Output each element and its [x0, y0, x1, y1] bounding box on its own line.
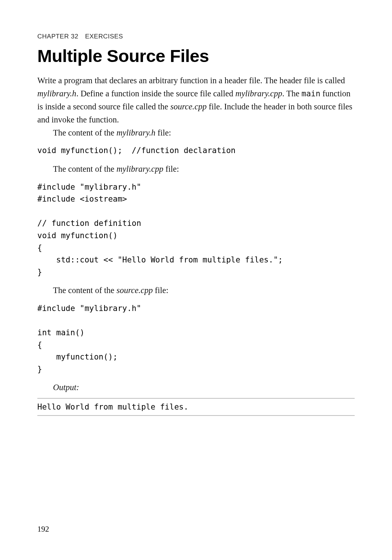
- filename-mylibrary-h: mylibrary.h: [116, 128, 155, 137]
- text: The content of the: [53, 164, 116, 174]
- filename-mylibrary-cpp: mylibrary.cpp: [116, 164, 164, 174]
- filename-source-cpp: source.cpp: [170, 102, 206, 111]
- text: The content of the: [53, 128, 116, 137]
- text: file:: [164, 164, 179, 174]
- page: CHAPTER 32EXERCISES Multiple Source File…: [0, 0, 392, 560]
- file-label-1: The content of the mylibrary.h file:: [37, 127, 355, 140]
- inline-code-main: main: [302, 89, 321, 98]
- filename-source-cpp: source.cpp: [116, 286, 153, 295]
- text: . The: [282, 89, 301, 98]
- section-title: Multiple Source Files: [37, 46, 355, 66]
- text: file:: [155, 128, 171, 137]
- file-label-3: The content of the source.cpp file:: [37, 284, 355, 297]
- page-number: 192: [37, 525, 49, 534]
- output-box: Hello World from multiple files.: [37, 398, 355, 416]
- output-text: Hello World from multiple files.: [37, 402, 355, 411]
- chapter-subject: EXERCISES: [85, 33, 123, 40]
- file-label-2: The content of the mylibrary.cpp file:: [37, 163, 355, 176]
- code-block-3: #include "mylibrary.h" int main() { myfu…: [37, 302, 355, 375]
- chapter-header: CHAPTER 32EXERCISES: [37, 33, 355, 40]
- output-label: Output:: [37, 381, 355, 394]
- filename-mylibrary-h: mylibrary.h: [37, 89, 76, 98]
- filename-mylibrary-cpp: mylibrary.cpp: [235, 89, 282, 98]
- code-block-2: #include "mylibrary.h" #include <iostrea…: [37, 181, 355, 278]
- intro-paragraph: Write a program that declares an arbitra…: [37, 74, 355, 127]
- text: . Define a function inside the source fi…: [76, 89, 235, 98]
- text: Write a program that declares an arbitra…: [37, 76, 345, 85]
- text: file:: [153, 286, 168, 295]
- chapter-number: CHAPTER 32: [37, 33, 78, 40]
- code-block-1: void myfunction(); //function declaratio…: [37, 144, 355, 157]
- text: The content of the: [53, 286, 116, 295]
- output-label-text: Output:: [53, 383, 79, 392]
